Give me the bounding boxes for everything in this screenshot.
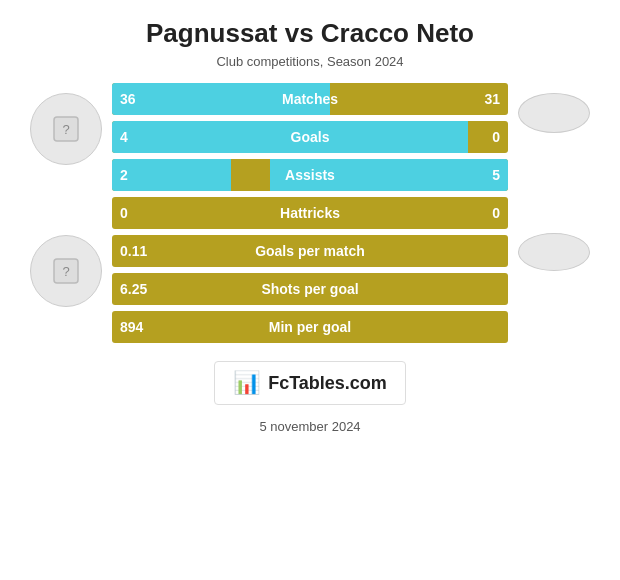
logo-section: 📊 FcTables.com xyxy=(214,361,406,405)
shots-per-goal-val: 6.25 xyxy=(120,281,147,297)
stat-row-goals-per-match: 0.11 Goals per match xyxy=(112,235,508,267)
stat-row-shots-per-goal: 6.25 Shots per goal xyxy=(112,273,508,305)
goals-right-val: 0 xyxy=(492,129,500,145)
assists-left-val: 2 xyxy=(120,167,128,183)
hattricks-label: Hattricks xyxy=(112,205,508,221)
stat-row-goals: 4 Goals 0 xyxy=(112,121,508,153)
hattricks-right-val: 0 xyxy=(492,205,500,221)
right-avatars xyxy=(518,93,590,271)
svg-text:?: ? xyxy=(62,122,69,137)
assists-label: Assists xyxy=(112,167,508,183)
min-per-goal-label: Min per goal xyxy=(112,319,508,335)
min-per-goal-val: 894 xyxy=(120,319,143,335)
matches-left-val: 36 xyxy=(120,91,136,107)
player2-avatar: ? xyxy=(30,235,102,307)
subtitle: Club competitions, Season 2024 xyxy=(216,54,403,69)
team1-logo xyxy=(518,93,590,133)
hattricks-left-val: 0 xyxy=(120,205,128,221)
goals-left-val: 4 xyxy=(120,129,128,145)
left-avatars: ? ? xyxy=(30,93,102,307)
stat-row-matches: 36 Matches 31 xyxy=(112,83,508,115)
stat-row-assists: 2 Assists 5 xyxy=(112,159,508,191)
matches-label: Matches xyxy=(112,91,508,107)
logo-text: FcTables.com xyxy=(268,373,387,394)
player1-avatar: ? xyxy=(30,93,102,165)
matches-right-val: 31 xyxy=(484,91,500,107)
team2-logo xyxy=(518,233,590,271)
goals-per-match-val: 0.11 xyxy=(120,243,147,259)
stat-row-min-per-goal: 894 Min per goal xyxy=(112,311,508,343)
title: Pagnussat vs Cracco Neto xyxy=(146,18,474,49)
svg-text:?: ? xyxy=(62,264,69,279)
stat-row-hattricks: 0 Hattricks 0 xyxy=(112,197,508,229)
chart-icon: 📊 xyxy=(233,370,260,396)
fctables-logo: 📊 FcTables.com xyxy=(214,361,406,405)
assists-right-val: 5 xyxy=(492,167,500,183)
goals-per-match-label: Goals per match xyxy=(112,243,508,259)
stats-container: 36 Matches 31 4 Goals 0 2 Assists 5 0 Ha… xyxy=(112,83,508,343)
goals-label: Goals xyxy=(112,129,508,145)
shots-per-goal-label: Shots per goal xyxy=(112,281,508,297)
footer-date: 5 november 2024 xyxy=(259,419,360,434)
